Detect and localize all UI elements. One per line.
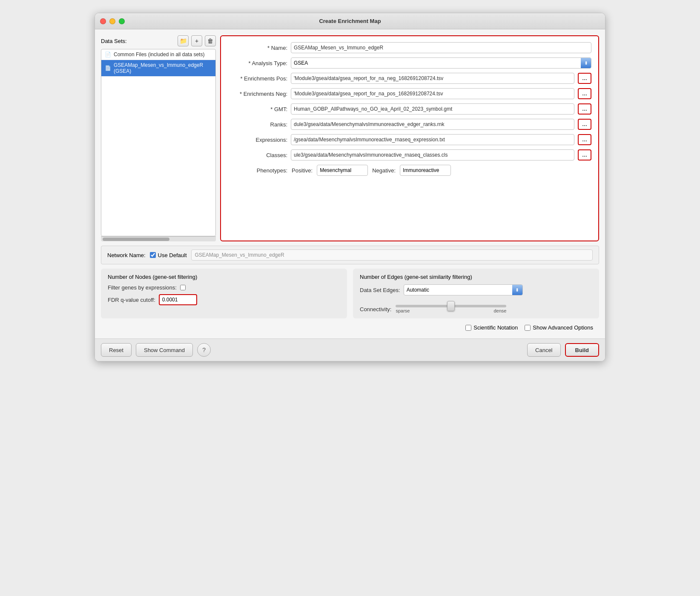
- slider-labels: sparse dense: [396, 308, 506, 313]
- gmt-label: * GMT:: [228, 106, 287, 112]
- phenotype-pos-label: Positive:: [292, 167, 313, 174]
- options-row: Scientific Notation Show Advanced Option…: [101, 323, 599, 332]
- scrollbar-thumb: [103, 238, 169, 241]
- analysis-type-row: * Analysis Type: GSEA Generic/gProfiler …: [228, 57, 591, 69]
- left-panel: Data Sets: 📁 + 🗑 📄 Common Files (include…: [101, 35, 216, 241]
- expressions-row: Expressions: …: [228, 134, 591, 145]
- edges-select-wrapper: Automatic Distinct Combined ⬍: [404, 284, 523, 295]
- bottom-bar: Reset Show Command ? Cancel Build: [95, 338, 605, 361]
- analysis-type-select-wrapper: GSEA Generic/gProfiler DAVID ⬍: [291, 57, 591, 69]
- filter-genes-checkbox[interactable]: [180, 285, 186, 290]
- maximize-button[interactable]: [119, 18, 125, 24]
- nodes-filter-panel: Number of Nodes (gene-set filtering) Fil…: [101, 269, 347, 318]
- use-default-checkbox[interactable]: [150, 252, 156, 258]
- show-advanced-checkbox[interactable]: [525, 325, 531, 331]
- cancel-button[interactable]: Cancel: [527, 343, 560, 357]
- horizontal-scrollbar[interactable]: [101, 236, 216, 241]
- enrichments-neg-browse-button[interactable]: …: [578, 88, 591, 99]
- close-button[interactable]: [100, 18, 106, 24]
- titlebar: Create Enrichment Map: [95, 13, 605, 29]
- use-default-wrapper: Use Default: [150, 252, 187, 258]
- main-window: Create Enrichment Map Data Sets: 📁 + 🗑: [95, 13, 605, 361]
- ranks-row: Ranks: …: [228, 119, 591, 130]
- network-name-section: Network Name: Use Default: [101, 246, 599, 264]
- analysis-type-label: * Analysis Type:: [228, 60, 287, 66]
- ranks-label: Ranks:: [228, 121, 287, 128]
- expressions-input[interactable]: [291, 134, 574, 145]
- enrichments-pos-input[interactable]: [291, 73, 574, 84]
- classes-label: Classes:: [228, 152, 287, 158]
- fdr-label: FDR q-value cutoff:: [108, 297, 155, 303]
- add-dataset-button[interactable]: +: [191, 35, 202, 46]
- enrichments-pos-browse-button[interactable]: …: [578, 73, 591, 84]
- dataset-edges-row: Data Set Edges: Automatic Distinct Combi…: [360, 284, 592, 295]
- ranks-input[interactable]: [291, 119, 574, 130]
- scientific-notation-label: Scientific Notation: [473, 324, 518, 331]
- expressions-label: Expressions:: [228, 137, 287, 143]
- open-folder-button[interactable]: 📁: [178, 35, 189, 46]
- gmt-browse-button[interactable]: …: [578, 103, 591, 115]
- network-name-input[interactable]: [191, 249, 593, 261]
- build-button[interactable]: Build: [565, 343, 600, 357]
- right-panel: * Name: * Analysis Type: GSEA Generic/gP…: [220, 35, 599, 241]
- delete-dataset-button[interactable]: 🗑: [205, 35, 216, 46]
- trash-icon: 🗑: [207, 37, 213, 44]
- datasets-header: Data Sets: 📁 + 🗑: [101, 35, 216, 46]
- name-row: * Name:: [228, 42, 591, 53]
- plus-icon: +: [195, 37, 198, 44]
- analysis-type-select[interactable]: GSEA Generic/gProfiler DAVID: [291, 58, 581, 68]
- slider-sparse-label: sparse: [396, 308, 410, 313]
- datasets-label: Data Sets:: [101, 38, 175, 44]
- dataset-edges-label: Data Set Edges:: [360, 287, 400, 293]
- nodes-filter-title: Number of Nodes (gene-set filtering): [108, 274, 340, 280]
- show-command-button[interactable]: Show Command: [136, 343, 193, 357]
- show-advanced-option: Show Advanced Options: [525, 324, 593, 331]
- filter-genes-label: Filter genes by expressions:: [108, 284, 177, 291]
- dataset-item-common[interactable]: 📄 Common Files (included in all data set…: [101, 49, 215, 60]
- phenotype-pos-input[interactable]: [317, 165, 368, 176]
- name-label: * Name:: [228, 45, 287, 51]
- edges-filter-panel: Number of Edges (gene-set similarity fil…: [353, 269, 599, 318]
- enrichments-pos-row: * Enrichments Pos: …: [228, 73, 591, 84]
- titlebar-buttons: [100, 18, 125, 24]
- slider-dense-label: dense: [493, 308, 506, 313]
- classes-input[interactable]: [291, 149, 574, 160]
- ranks-browse-button[interactable]: …: [578, 119, 591, 130]
- classes-browse-button[interactable]: …: [578, 149, 591, 160]
- scientific-notation-checkbox[interactable]: [465, 325, 471, 331]
- connectivity-row: Connectivity: sparse dense: [360, 305, 592, 313]
- edges-filter-title: Number of Edges (gene-set similarity fil…: [360, 274, 592, 280]
- help-button[interactable]: ?: [197, 343, 211, 357]
- phenotype-neg-input[interactable]: [400, 165, 451, 176]
- phenotypes-row: Phenotypes: Positive: Negative:: [228, 165, 591, 176]
- enrichments-neg-row: * Enrichments Neg: …: [228, 88, 591, 99]
- filter-genes-row: Filter genes by expressions:: [108, 284, 340, 291]
- slider-track-wrapper: [396, 305, 506, 307]
- enrichments-neg-label: * Enrichments Neg:: [228, 91, 287, 97]
- expressions-browse-button[interactable]: …: [578, 134, 591, 145]
- edges-select-arrow: ⬍: [512, 285, 522, 295]
- folder-icon: 📁: [180, 37, 187, 44]
- phenotype-neg-label: Negative:: [372, 167, 396, 174]
- dataset-item-gsea[interactable]: 📄 GSEAMap_Mesen_vs_Immuno_edgeR (GSEA): [101, 60, 215, 77]
- fdr-input[interactable]: [159, 294, 197, 305]
- slider-container: sparse dense: [396, 305, 506, 313]
- enrichments-pos-label: * Enrichments Pos:: [228, 75, 287, 82]
- connectivity-label: Connectivity:: [360, 306, 391, 312]
- file-icon-common: 📄: [105, 52, 111, 57]
- connectivity-slider[interactable]: [396, 305, 506, 307]
- top-section: Data Sets: 📁 + 🗑 📄 Common Files (include…: [101, 35, 599, 241]
- reset-button[interactable]: Reset: [101, 343, 132, 357]
- scientific-notation-option: Scientific Notation: [465, 324, 518, 331]
- analysis-select-arrow: ⬍: [581, 58, 591, 68]
- main-content: Data Sets: 📁 + 🗑 📄 Common Files (include…: [95, 29, 605, 338]
- datasets-list: 📄 Common Files (included in all data set…: [101, 49, 216, 236]
- gmt-input[interactable]: [291, 103, 574, 115]
- minimize-button[interactable]: [109, 18, 115, 24]
- name-input[interactable]: [291, 42, 591, 53]
- use-default-label: Use Default: [158, 252, 187, 258]
- enrichments-neg-input[interactable]: [291, 88, 574, 99]
- phenotypes-label: Phenotypes:: [228, 167, 287, 174]
- dataset-edges-select[interactable]: Automatic Distinct Combined: [404, 285, 512, 295]
- dataset-label-common: Common Files (included in all data sets): [114, 52, 204, 57]
